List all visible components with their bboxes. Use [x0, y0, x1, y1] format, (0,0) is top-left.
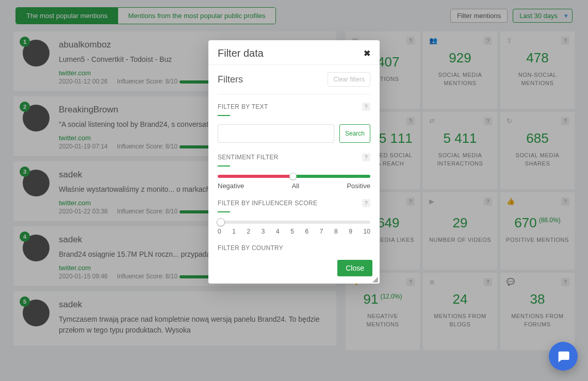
influencer-score-label: FILTER BY INFLUENCER SCORE [218, 200, 317, 207]
chat-widget-button[interactable] [549, 342, 578, 371]
filters-heading: Filters [218, 74, 243, 85]
sentiment-slider[interactable] [218, 175, 370, 178]
help-icon[interactable]: ? [362, 153, 370, 161]
chat-bubble-icon [556, 349, 570, 363]
close-button[interactable]: Close [337, 260, 372, 276]
help-icon[interactable]: ? [362, 103, 370, 111]
slider-thumb[interactable] [289, 173, 297, 180]
filter-by-text-label: FILTER BY TEXT [218, 103, 268, 110]
sentiment-positive-label: Positive [347, 182, 370, 190]
modal-overlay: Filter data ✖ Filters Clear filters FILT… [0, 0, 588, 381]
sentiment-filter-label: SENTIMENT FILTER [218, 154, 279, 161]
resize-grip-icon[interactable]: ◢ [372, 276, 379, 283]
sentiment-all-label: All [292, 182, 299, 190]
filter-by-country-label: FILTER BY COUNTRY [218, 244, 283, 252]
influencer-slider[interactable] [218, 221, 370, 224]
modal-title: Filter data [218, 47, 264, 59]
influencer-ticks: 012345678910 [218, 228, 370, 235]
search-button[interactable]: Search [339, 124, 370, 143]
slider-thumb[interactable] [217, 218, 225, 226]
clear-filters-button[interactable]: Clear filters [328, 72, 370, 87]
sentiment-negative-label: Negative [218, 182, 244, 190]
filter-text-input[interactable] [218, 124, 334, 143]
close-icon[interactable]: ✖ [364, 48, 370, 58]
filter-modal: Filter data ✖ Filters Clear filters FILT… [208, 40, 380, 284]
help-icon[interactable]: ? [362, 199, 370, 207]
